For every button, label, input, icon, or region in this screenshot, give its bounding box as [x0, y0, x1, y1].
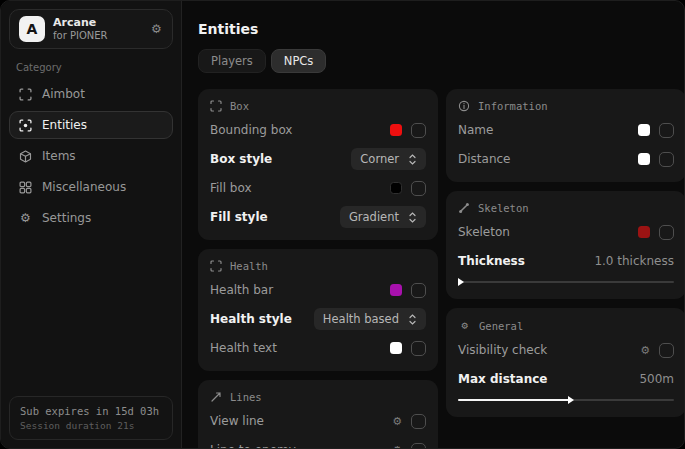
distance-row: Distance [458, 148, 674, 170]
unfold-icon [408, 154, 417, 165]
row-label: Fill style [210, 210, 268, 224]
health-text-row: Health text [210, 337, 426, 359]
sidebar: A Arcane for PIONER ⚙ Category Aimbot [1, 1, 182, 448]
max-distance-row: Max distance 500m [458, 368, 674, 390]
sub-expires-text: Sub expires in 15d 03h [20, 405, 162, 417]
main-panel: Entities Players NPCs Box Bounding box [182, 1, 685, 448]
diagonal-line-icon [210, 391, 222, 403]
sidebar-item-items[interactable]: Items [9, 142, 173, 170]
row-label: Distance [458, 152, 510, 166]
visibility-check-checkbox[interactable] [659, 343, 674, 358]
unfold-icon [408, 212, 417, 223]
color-swatch[interactable] [390, 182, 402, 194]
select-value: Health based [323, 312, 399, 326]
box-card-header: Box [210, 100, 426, 112]
general-icon: ⚙ [458, 319, 471, 332]
sidebar-item-miscellaneous[interactable]: Miscellaneous [9, 173, 173, 201]
color-swatch[interactable] [390, 124, 402, 136]
row-label: Max distance [458, 372, 547, 386]
sidebar-item-label: Items [42, 149, 76, 163]
lines-card: Lines View line ⚙ Line to enemy ⚙ [198, 380, 438, 449]
bounding-box-row: Bounding box [210, 119, 426, 141]
visibility-check-settings-icon[interactable]: ⚙ [640, 345, 650, 356]
select-value: Gradient [349, 210, 399, 224]
card-title-text: Lines [230, 391, 262, 403]
settings-icon[interactable]: ⚙ [150, 23, 163, 36]
max-distance-value: 500m [639, 372, 674, 386]
row-label: Visibility check [458, 343, 547, 357]
fill-box-row: Fill box [210, 177, 426, 199]
row-label: Health bar [210, 283, 273, 297]
app-window: A Arcane for PIONER ⚙ Category Aimbot [0, 0, 685, 449]
card-title-text: Skeleton [478, 202, 529, 214]
slider-fill [458, 399, 570, 401]
health-bar-row: Health bar [210, 279, 426, 301]
page-title: Entities [198, 21, 685, 37]
corner-brackets-icon [210, 100, 222, 112]
max-distance-slider[interactable] [458, 395, 674, 405]
brand-name: Arcane [53, 16, 108, 30]
line-to-enemy-checkbox[interactable] [411, 443, 426, 449]
sidebar-item-label: Aimbot [42, 87, 85, 101]
visibility-check-row: Visibility check ⚙ [458, 339, 674, 361]
row-label: Box style [210, 152, 272, 166]
box-card: Box Bounding box Box style Corner [198, 89, 438, 240]
crosshair-icon [19, 88, 32, 101]
health-text-checkbox[interactable] [411, 341, 426, 356]
view-line-settings-icon[interactable]: ⚙ [392, 416, 402, 427]
distance-checkbox[interactable] [659, 152, 674, 167]
skeleton-checkbox[interactable] [659, 225, 674, 240]
name-row: Name [458, 119, 674, 141]
line-to-enemy-settings-icon[interactable]: ⚙ [392, 445, 402, 449]
box-style-select[interactable]: Corner [351, 148, 426, 170]
skeleton-card: Skeleton Skeleton Thickness 1.0 thicknes… [446, 191, 685, 299]
general-card-header: ⚙ General [458, 319, 674, 332]
row-label: Health style [210, 312, 292, 326]
brand-subtitle: for PIONER [53, 30, 108, 43]
row-label: Fill box [210, 181, 252, 195]
health-card: Health Health bar Health style Health ba… [198, 249, 438, 371]
category-label: Category [16, 62, 166, 73]
sidebar-item-entities[interactable]: Entities [9, 111, 173, 139]
sidebar-item-label: Settings [42, 211, 91, 225]
fill-style-select[interactable]: Gradient [340, 206, 426, 228]
view-line-checkbox[interactable] [411, 414, 426, 429]
slider-thumb[interactable] [568, 396, 574, 404]
bone-icon [458, 202, 470, 214]
lines-card-header: Lines [210, 391, 426, 403]
card-title-text: Box [230, 100, 249, 112]
row-label: Line to enemy [210, 443, 296, 449]
gear-icon: ⚙ [19, 212, 32, 225]
left-column: Box Bounding box Box style Corner [198, 89, 438, 449]
general-card: ⚙ General Visibility check ⚙ Max distanc… [446, 308, 685, 417]
sidebar-nav: Aimbot Entities Items [9, 80, 173, 232]
card-title-text: Information [478, 100, 548, 112]
color-swatch[interactable] [390, 284, 402, 296]
name-checkbox[interactable] [659, 123, 674, 138]
slider-thumb[interactable] [458, 278, 464, 286]
select-value: Corner [360, 152, 399, 166]
row-label: Name [458, 123, 493, 137]
brand-card: A Arcane for PIONER ⚙ [9, 9, 173, 49]
health-style-select[interactable]: Health based [314, 308, 426, 330]
health-bar-checkbox[interactable] [411, 283, 426, 298]
tab-players[interactable]: Players [198, 49, 266, 73]
sidebar-item-aimbot[interactable]: Aimbot [9, 80, 173, 108]
view-line-row: View line ⚙ [210, 410, 426, 432]
information-card: Information Name Distance [446, 89, 685, 182]
sidebar-item-settings[interactable]: ⚙ Settings [9, 204, 173, 232]
bounding-box-checkbox[interactable] [411, 123, 426, 138]
thickness-slider[interactable] [458, 277, 674, 287]
card-title-text: Health [230, 260, 268, 272]
entity-type-tabs: Players NPCs [198, 49, 685, 73]
thickness-value: 1.0 thickness [594, 254, 674, 268]
tab-npcs[interactable]: NPCs [271, 49, 327, 73]
color-swatch[interactable] [390, 342, 402, 354]
unfold-icon [408, 314, 417, 325]
fill-box-checkbox[interactable] [411, 181, 426, 196]
box-style-row: Box style Corner [210, 148, 426, 170]
row-label: Bounding box [210, 123, 292, 137]
color-swatch[interactable] [638, 124, 650, 136]
color-swatch[interactable] [638, 226, 650, 238]
color-swatch[interactable] [638, 153, 650, 165]
